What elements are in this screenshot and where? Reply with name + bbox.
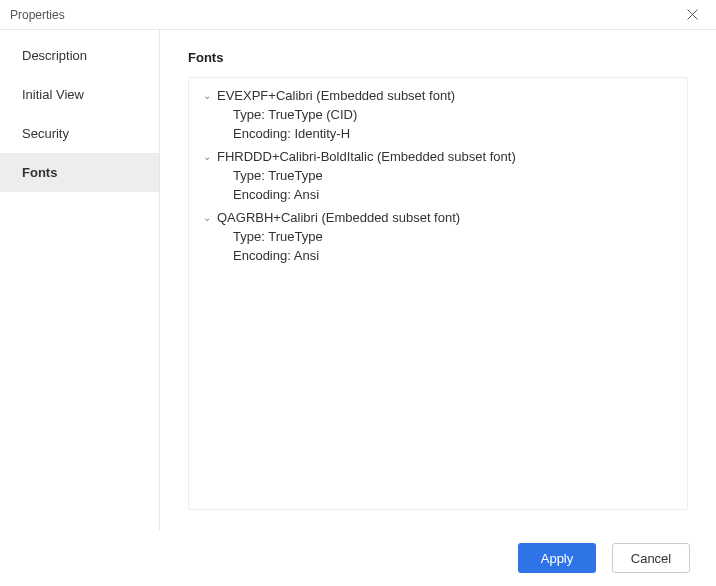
sidebar-item-initial-view[interactable]: Initial View	[0, 75, 159, 114]
font-type-value: TrueType (CID)	[268, 107, 357, 122]
font-encoding-value: Identity-H	[294, 126, 350, 141]
chevron-down-icon: ⌄	[199, 90, 215, 101]
font-type-row: Type: TrueType (CID)	[199, 105, 677, 124]
font-name: EVEXPF+Calibri (Embedded subset font)	[217, 88, 455, 103]
font-encoding-value: Ansi	[294, 187, 319, 202]
font-type-label: Type:	[233, 229, 265, 244]
font-encoding-row: Encoding: Identity-H	[199, 124, 677, 143]
font-item: ⌄ EVEXPF+Calibri (Embedded subset font) …	[199, 86, 677, 143]
sidebar-item-label: Initial View	[22, 87, 84, 102]
font-encoding-value: Ansi	[294, 248, 319, 263]
chevron-down-icon: ⌄	[199, 212, 215, 223]
font-encoding-label: Encoding:	[233, 248, 291, 263]
font-item: ⌄ FHRDDD+Calibri-BoldItalic (Embedded su…	[199, 147, 677, 204]
font-type-row: Type: TrueType	[199, 166, 677, 185]
chevron-down-icon: ⌄	[199, 151, 215, 162]
sidebar-item-label: Fonts	[22, 165, 57, 180]
font-item-header[interactable]: ⌄ EVEXPF+Calibri (Embedded subset font)	[199, 86, 677, 105]
window-title: Properties	[10, 8, 678, 22]
font-encoding-label: Encoding:	[233, 126, 291, 141]
font-type-value: TrueType	[268, 229, 322, 244]
cancel-button[interactable]: Cancel	[612, 543, 690, 573]
font-encoding-label: Encoding:	[233, 187, 291, 202]
font-item-header[interactable]: ⌄ QAGRBH+Calibri (Embedded subset font)	[199, 208, 677, 227]
sidebar-item-description[interactable]: Description	[0, 36, 159, 75]
font-type-value: TrueType	[268, 168, 322, 183]
main-panel: Fonts ⌄ EVEXPF+Calibri (Embedded subset …	[160, 30, 716, 530]
sidebar-item-label: Description	[22, 48, 87, 63]
font-item-header[interactable]: ⌄ FHRDDD+Calibri-BoldItalic (Embedded su…	[199, 147, 677, 166]
close-button[interactable]	[678, 1, 706, 29]
close-icon	[687, 9, 698, 20]
section-title: Fonts	[188, 50, 688, 65]
sidebar: Description Initial View Security Fonts	[0, 30, 160, 530]
font-type-label: Type:	[233, 168, 265, 183]
sidebar-item-security[interactable]: Security	[0, 114, 159, 153]
font-name: FHRDDD+Calibri-BoldItalic (Embedded subs…	[217, 149, 516, 164]
fonts-panel: ⌄ EVEXPF+Calibri (Embedded subset font) …	[188, 77, 688, 510]
sidebar-item-label: Security	[22, 126, 69, 141]
font-name: QAGRBH+Calibri (Embedded subset font)	[217, 210, 460, 225]
footer: Apply Cancel	[0, 530, 716, 586]
font-item: ⌄ QAGRBH+Calibri (Embedded subset font) …	[199, 208, 677, 265]
font-encoding-row: Encoding: Ansi	[199, 246, 677, 265]
sidebar-item-fonts[interactable]: Fonts	[0, 153, 159, 192]
font-encoding-row: Encoding: Ansi	[199, 185, 677, 204]
font-type-row: Type: TrueType	[199, 227, 677, 246]
titlebar: Properties	[0, 0, 716, 30]
font-type-label: Type:	[233, 107, 265, 122]
apply-button[interactable]: Apply	[518, 543, 596, 573]
